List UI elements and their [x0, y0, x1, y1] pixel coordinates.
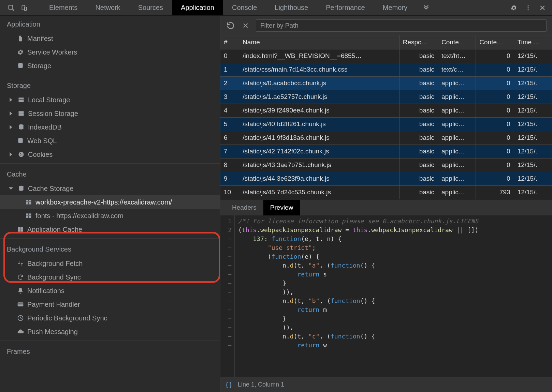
- table-row[interactable]: 1/static/css/main.7d14b3cc.chunk.cssbasi…: [220, 63, 552, 76]
- clear-icon[interactable]: [241, 22, 250, 29]
- sidebar-item-application-cache[interactable]: Application Cache: [0, 223, 220, 236]
- database-icon: [18, 185, 25, 192]
- tab-console[interactable]: Console: [223, 0, 266, 15]
- clock-icon: [17, 315, 24, 321]
- cell-contentType: applic…: [438, 158, 476, 172]
- cell-contentLen: 0: [476, 158, 514, 172]
- filter-placeholder: Filter by Path: [260, 22, 299, 29]
- tabs-overflow-icon[interactable]: [416, 0, 436, 15]
- sidebar-item-local-storage[interactable]: Local Storage: [0, 93, 220, 107]
- sidebar-item-push-messaging[interactable]: Push Messaging: [0, 325, 220, 338]
- sidebar-item-label: Local Storage: [28, 96, 70, 104]
- cell-contentLen: 0: [476, 49, 514, 63]
- tab-headers[interactable]: Headers: [225, 200, 263, 215]
- tab-preview[interactable]: Preview: [263, 200, 300, 215]
- table-icon: [17, 226, 24, 233]
- col-time[interactable]: Time …: [514, 35, 552, 49]
- sidebar-item-label: Cache Storage: [28, 185, 73, 193]
- cell-idx: 0: [220, 49, 239, 63]
- sidebar-item-background-fetch[interactable]: Background Fetch: [0, 257, 220, 270]
- cell-time: 12/15/.: [514, 145, 552, 158]
- cell-name: /static/js/41.9f3d13a6.chunk.js: [239, 131, 400, 145]
- section-frames-title: Frames: [0, 343, 220, 359]
- sidebar-item-session-storage[interactable]: Session Storage: [0, 107, 220, 120]
- table-row[interactable]: 5/static/js/40.fd2ff261.chunk.jsbasicapp…: [220, 117, 552, 131]
- cell-name: /static/js/42.7142f02c.chunk.js: [239, 145, 400, 158]
- section-storage-title: Storage: [0, 77, 220, 93]
- table-row[interactable]: 9/static/js/44.3e623f9a.chunk.jsbasicapp…: [220, 172, 552, 185]
- cell-time: 12/15/.: [514, 172, 552, 185]
- table-row[interactable]: 3/static/js/1.ae52757c.chunk.jsbasicappl…: [220, 90, 552, 104]
- col-name[interactable]: Name: [239, 35, 400, 49]
- svg-point-4: [527, 7, 528, 8]
- table-row[interactable]: 10/static/js/45.7d24c535.chunk.jsbasicap…: [220, 185, 552, 199]
- chevron-right-icon: [9, 152, 14, 156]
- section-application-title: Application: [0, 16, 220, 32]
- table-row[interactable]: 0/index.html?__WB_REVISION__=6855…basict…: [220, 49, 552, 63]
- table-row[interactable]: 6/static/js/41.9f3d13a6.chunk.jsbasicapp…: [220, 131, 552, 145]
- table-row[interactable]: 7/static/js/42.7142f02c.chunk.jsbasicapp…: [220, 145, 552, 158]
- cell-time: 12/15/.: [514, 158, 552, 172]
- cell-name: /static/js/44.3e623f9a.chunk.js: [239, 172, 400, 185]
- cell-contentLen: 0: [476, 131, 514, 145]
- sidebar-item-storage[interactable]: Storage: [0, 59, 220, 73]
- col-response[interactable]: Respo…: [399, 35, 438, 49]
- cell-response: basic: [399, 131, 438, 145]
- chevron-right-icon: [9, 125, 14, 129]
- cell-idx: 1: [220, 63, 239, 76]
- cell-response: basic: [399, 158, 438, 172]
- cell-response: basic: [399, 76, 438, 90]
- table-row[interactable]: 2/static/js/0.acabcbcc.chunk.jsbasicappl…: [220, 76, 552, 90]
- sidebar-item-web-sql[interactable]: Web SQL: [0, 134, 220, 148]
- sidebar-item-label: Push Messaging: [27, 328, 78, 336]
- filter-by-path-input[interactable]: Filter by Path: [256, 19, 547, 32]
- fetch-icon: [17, 260, 24, 267]
- col-content-length[interactable]: Conte…: [476, 35, 514, 49]
- database-icon: [17, 137, 24, 144]
- tab-elements[interactable]: Elements: [40, 0, 86, 15]
- tab-memory[interactable]: Memory: [374, 0, 416, 15]
- sidebar-item-notifications[interactable]: Notifications: [0, 284, 220, 298]
- toggle-device-toolbar-icon[interactable]: [18, 0, 31, 15]
- sidebar-item-cookies[interactable]: Cookies: [0, 148, 220, 161]
- braces-icon[interactable]: { }: [226, 381, 232, 388]
- code-status-bar: { } Line 1, Column 1: [220, 377, 552, 392]
- section-cache-title: Cache: [0, 166, 220, 182]
- col-index[interactable]: #: [220, 35, 239, 49]
- sidebar-item-background-sync[interactable]: Background Sync: [0, 270, 220, 284]
- sidebar-item-periodic-sync[interactable]: Periodic Background Sync: [0, 311, 220, 325]
- tab-lighthouse[interactable]: Lighthouse: [266, 0, 317, 15]
- sidebar-item-payment-handler[interactable]: Payment Handler: [0, 298, 220, 311]
- cell-name: /static/css/main.7d14b3cc.chunk.css: [239, 63, 400, 76]
- sidebar-item-service-workers[interactable]: Service Workers: [0, 45, 220, 59]
- inspect-element-icon[interactable]: [5, 0, 18, 15]
- table-row[interactable]: 4/static/js/39.f2490ee4.chunk.jsbasicapp…: [220, 104, 552, 117]
- refresh-icon[interactable]: [226, 21, 235, 30]
- sidebar-item-cache-fonts[interactable]: fonts - https://excalidraw.com: [0, 209, 220, 223]
- cell-contentLen: 0: [476, 117, 514, 131]
- table-row[interactable]: 8/static/js/43.3ae7b751.chunk.jsbasicapp…: [220, 158, 552, 172]
- col-content-type[interactable]: Conte…: [438, 35, 476, 49]
- sidebar-item-manifest[interactable]: Manifest: [0, 32, 220, 45]
- sidebar-item-cache-workbox[interactable]: workbox-precache-v2-https://excalidraw.c…: [0, 195, 220, 209]
- cell-time: 12/15/.: [514, 104, 552, 117]
- code-preview[interactable]: /*! For license information please see 0…: [235, 215, 552, 377]
- sidebar-item-cache-storage[interactable]: Cache Storage: [0, 182, 220, 195]
- gear-icon: [17, 49, 24, 56]
- tab-performance[interactable]: Performance: [317, 0, 374, 15]
- kebab-menu-icon[interactable]: [525, 4, 532, 11]
- tab-application[interactable]: Application: [172, 0, 223, 15]
- sidebar-item-indexeddb[interactable]: IndexedDB: [0, 120, 220, 134]
- cell-name: /static/js/40.fd2ff261.chunk.js: [239, 117, 400, 131]
- cell-response: basic: [399, 49, 438, 63]
- cache-entries-table[interactable]: # Name Respo… Conte… Conte… Time … 0/ind…: [220, 35, 552, 199]
- settings-icon[interactable]: [510, 4, 517, 11]
- tab-sources[interactable]: Sources: [129, 0, 172, 15]
- close-devtools-icon[interactable]: [539, 4, 546, 11]
- application-sidebar[interactable]: Application Manifest Service Workers Sto…: [0, 16, 220, 392]
- tab-network[interactable]: Network: [86, 0, 129, 15]
- table-icon: [25, 199, 32, 206]
- sidebar-item-label: Manifest: [27, 35, 53, 43]
- credit-card-icon: [17, 301, 24, 308]
- svg-point-14: [20, 155, 21, 156]
